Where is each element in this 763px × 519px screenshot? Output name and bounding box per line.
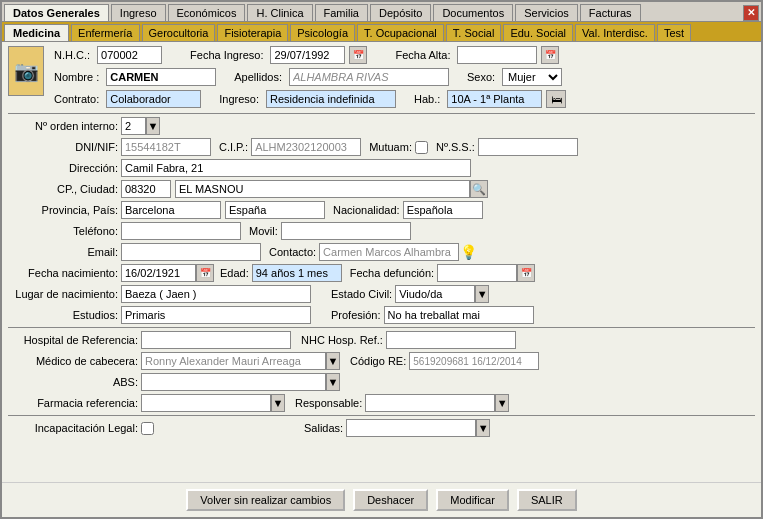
noss-input[interactable] [478, 138, 578, 156]
deshacer-button[interactable]: Deshacer [353, 489, 428, 511]
nhc-label: N.H.C.: [54, 49, 90, 61]
email-input[interactable] [121, 243, 261, 261]
fecha-alta-calendar[interactable]: 📅 [541, 46, 559, 64]
tab-familia[interactable]: Familia [315, 4, 368, 21]
cip-label: C.I.P.: [219, 141, 248, 153]
volver-button[interactable]: Volver sin realizar cambios [186, 489, 345, 511]
codigo-re-input[interactable] [409, 352, 539, 370]
fecha-ingreso-calendar[interactable]: 📅 [349, 46, 367, 64]
tab-ingreso[interactable]: Ingreso [111, 4, 166, 21]
profesion-label: Profesión: [331, 309, 381, 321]
contacto-input[interactable] [319, 243, 459, 261]
nhc-input[interactable] [97, 46, 162, 64]
abs-input[interactable] [141, 373, 326, 391]
movil-input[interactable] [281, 222, 411, 240]
pais-input[interactable] [225, 201, 325, 219]
patient-photo[interactable]: 📷 [8, 46, 44, 96]
edad-label: Edad: [220, 267, 249, 279]
hospital-input[interactable] [141, 331, 291, 349]
tab-economicos[interactable]: Económicos [168, 4, 246, 21]
direccion-row: Dirección: [8, 159, 755, 177]
cp-label: CP., Ciudad: [8, 183, 118, 195]
bulb-icon[interactable]: 💡 [459, 243, 477, 261]
profesion-input[interactable] [384, 306, 534, 324]
farmacia-dropdown[interactable]: ▼ [271, 394, 285, 412]
fecha-nac-input[interactable] [121, 264, 196, 282]
incapacidad-checkbox[interactable] [141, 422, 154, 435]
movil-label: Movil: [249, 225, 278, 237]
apellidos-input[interactable] [289, 68, 449, 86]
tab-valinterdisc[interactable]: Val. Interdisc. [575, 24, 655, 41]
tab-tocupacional[interactable]: T. Ocupacional [357, 24, 444, 41]
contacto-label: Contacto: [269, 246, 316, 258]
estado-civil-input[interactable] [395, 285, 475, 303]
fecha-def-calendar[interactable]: 📅 [517, 264, 535, 282]
orden-interno-dropdown[interactable]: ▼ [146, 117, 160, 135]
mutuam-checkbox[interactable] [415, 141, 428, 154]
provincia-input[interactable] [121, 201, 221, 219]
divider-1 [8, 113, 755, 114]
medico-dropdown[interactable]: ▼ [326, 352, 340, 370]
orden-interno-input[interactable] [121, 117, 146, 135]
telefono-input[interactable] [121, 222, 241, 240]
nacionalidad-input[interactable] [403, 201, 483, 219]
contrato-input[interactable] [106, 90, 201, 108]
tab-datos-generales[interactable]: Datos Generales [4, 4, 109, 21]
sexo-select[interactable]: Mujer Hombre [502, 68, 562, 86]
fecha-nac-calendar[interactable]: 📅 [196, 264, 214, 282]
hab-input[interactable] [447, 90, 542, 108]
provincia-row: Provincia, País: Nacionalidad: [8, 201, 755, 219]
tab-enfermeria[interactable]: Enfermería [71, 24, 139, 41]
salir-button[interactable]: SALIR [517, 489, 577, 511]
tab-deposito[interactable]: Depósito [370, 4, 431, 21]
fecha-alta-input[interactable] [457, 46, 537, 64]
direccion-input[interactable] [121, 159, 471, 177]
tab-medicina[interactable]: Medicina [4, 24, 69, 41]
nhc-row: N.H.C.: Fecha Ingreso: 📅 Fecha Alta: 📅 [54, 46, 755, 64]
tab-edusocial[interactable]: Edu. Social [503, 24, 573, 41]
medico-input[interactable] [141, 352, 326, 370]
close-button[interactable]: ✕ [743, 5, 759, 21]
tab-bar-1: Datos Generales Ingreso Económicos H. Cl… [2, 2, 761, 22]
bed-icon[interactable]: 🛏 [546, 90, 566, 108]
lugar-nac-row: Lugar de nacimiento: Estado Civil: ▼ [8, 285, 755, 303]
salidas-dropdown[interactable]: ▼ [476, 419, 490, 437]
farmacia-input[interactable] [141, 394, 271, 412]
patient-info-block: N.H.C.: Fecha Ingreso: 📅 Fecha Alta: 📅 N… [54, 46, 755, 110]
estudios-label: Estudios: [8, 309, 118, 321]
hospital-label: Hospital de Referencia: [8, 334, 138, 346]
cip-input[interactable] [251, 138, 361, 156]
lugar-nac-input[interactable] [121, 285, 311, 303]
nhc-hosp-input[interactable] [386, 331, 516, 349]
edad-input[interactable] [252, 264, 342, 282]
responsable-dropdown[interactable]: ▼ [495, 394, 509, 412]
responsable-input[interactable] [365, 394, 495, 412]
content-area: 📷 N.H.C.: Fecha Ingreso: 📅 Fecha Alta: 📅 [2, 42, 761, 482]
tab-fisioterapia[interactable]: Fisioterapia [217, 24, 288, 41]
nombre-input[interactable] [106, 68, 216, 86]
fecha-ingreso-input[interactable] [270, 46, 345, 64]
tab-hclinica[interactable]: H. Clinica [247, 4, 312, 21]
hab-label: Hab.: [414, 93, 440, 105]
tab-tsocial[interactable]: T. Social [446, 24, 502, 41]
tab-facturas[interactable]: Facturas [580, 4, 641, 21]
search-icon[interactable]: 🔍 [470, 180, 488, 198]
estudios-input[interactable] [121, 306, 311, 324]
tab-test[interactable]: Test [657, 24, 691, 41]
estado-civil-dropdown[interactable]: ▼ [475, 285, 489, 303]
dni-label: DNI/NIF: [8, 141, 118, 153]
abs-dropdown[interactable]: ▼ [326, 373, 340, 391]
modificar-button[interactable]: Modificar [436, 489, 509, 511]
fecha-def-input[interactable] [437, 264, 517, 282]
ciudad-input[interactable] [175, 180, 470, 198]
tab-documentos[interactable]: Documentos [433, 4, 513, 21]
salidas-input[interactable] [346, 419, 476, 437]
cp-input[interactable] [121, 180, 171, 198]
tab-servicios[interactable]: Servicios [515, 4, 578, 21]
ingreso-input[interactable] [266, 90, 396, 108]
bottom-buttons: Volver sin realizar cambios Deshacer Mod… [2, 482, 761, 517]
dni-input[interactable] [121, 138, 211, 156]
tab-gerocultoria[interactable]: Gerocultoria [142, 24, 216, 41]
tab-psicologia[interactable]: Psicología [290, 24, 355, 41]
fecha-alta-label: Fecha Alta: [395, 49, 450, 61]
